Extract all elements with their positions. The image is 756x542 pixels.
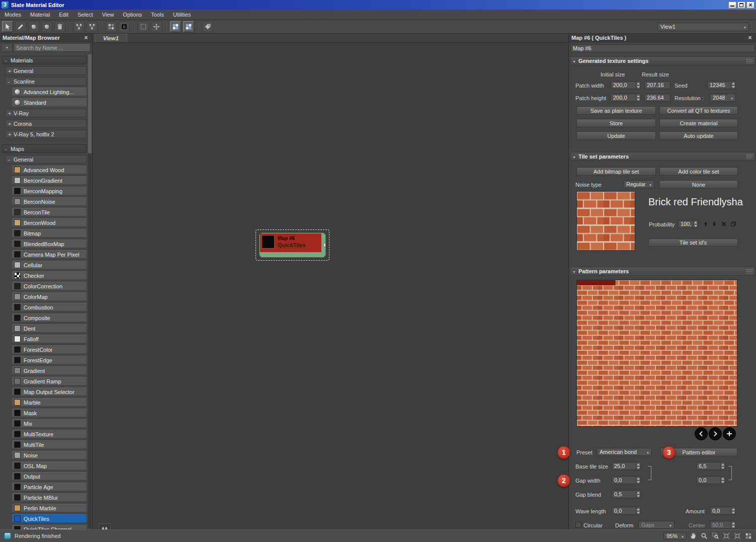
amount-spinner[interactable]: 0,0 [710, 507, 736, 515]
tree-item-mask[interactable]: Mask [12, 409, 87, 417]
tree-item-blendedboxmap[interactable]: BlendedBoxMap [12, 240, 87, 248]
tree-item-standard[interactable]: Standard [12, 98, 87, 107]
menu-utilities[interactable]: Utilities [169, 12, 195, 18]
pan-tool-button[interactable] [151, 21, 162, 32]
menu-modes[interactable]: Modes [0, 12, 26, 18]
seed-spinner-arrows[interactable] [731, 82, 735, 89]
tree-item-advanced-wood[interactable]: Advanced Wood [12, 166, 87, 174]
tree-item-dent[interactable]: Dent [12, 324, 87, 333]
deform-dropdown[interactable]: Gaps [638, 521, 675, 529]
tree-item-gradient-ramp[interactable]: Gradient Ramp [12, 377, 87, 385]
material-id-grid-button[interactable] [106, 21, 117, 32]
put-material-to-scene-button[interactable] [28, 21, 39, 32]
tree-item-colorcorrection[interactable]: ColorCorrection [12, 282, 87, 290]
scrollbar-thumb[interactable] [88, 54, 92, 153]
patch-height-spinner[interactable]: 200,0 [611, 94, 641, 102]
show-background-button[interactable] [183, 21, 194, 32]
menu-view[interactable]: View [98, 12, 119, 18]
tile-delete-button[interactable] [720, 220, 728, 228]
tree-item-bitmap[interactable]: Bitmap [12, 229, 87, 238]
rollout-grip-icon[interactable] [746, 154, 753, 159]
rollout-header-pattern-parameters[interactable]: Pattern parameters [570, 267, 755, 276]
tree-item-perlin-marble[interactable]: Perlin Marble [12, 504, 87, 512]
tab-view1[interactable]: View1 [95, 34, 127, 42]
tree-item-mix[interactable]: Mix [12, 419, 87, 428]
tile-move-down-button[interactable] [710, 220, 718, 228]
gap-width-spinner[interactable]: 0,0 [612, 476, 641, 484]
tile-set-ids-button[interactable]: Tile set id's [648, 239, 738, 247]
node-canvas[interactable]: Map #6 QuickTiles [93, 43, 568, 529]
show-shaded-material-in-viewport-button[interactable] [170, 21, 181, 32]
close-browser-icon[interactable] [82, 34, 90, 41]
viewport-select-dropdown[interactable]: View1 [657, 23, 749, 31]
tree-item-particle-age[interactable]: Particle Age [12, 483, 87, 491]
tree-item-combustion[interactable]: Combustion [12, 303, 87, 312]
patch-height-spinner-arrows[interactable] [636, 94, 640, 101]
next-pattern-button[interactable] [709, 427, 722, 440]
tile-duplicate-button[interactable] [729, 220, 737, 228]
map-name-field[interactable]: Map #6 [570, 44, 755, 52]
tree-item-particle-mblur[interactable]: Particle MBlur [12, 493, 87, 502]
close-button[interactable] [746, 2, 754, 9]
base-tile-width-spinner-arrows[interactable] [636, 462, 640, 470]
tree-item-composite[interactable]: Composite [12, 314, 87, 322]
node-output-socket[interactable] [323, 243, 326, 248]
center-spinner[interactable]: 50,0 [710, 521, 736, 529]
tree-item-berconmapping[interactable]: BerconMapping [12, 187, 87, 195]
tree-group-maps[interactable]: -Maps [2, 144, 87, 153]
create-material-button[interactable]: Create material [659, 119, 738, 127]
tree-branch-v-ray[interactable]: +V-Ray [5, 109, 87, 117]
preset-dropdown[interactable]: American bond [597, 448, 652, 456]
add-pattern-button[interactable] [723, 427, 736, 440]
tree-group-materials[interactable]: -Materials [2, 56, 87, 64]
tree-item-camera-map-per-pixel[interactable]: Camera Map Per Pixel [12, 250, 87, 259]
tree-item-multitexture[interactable]: MultiTexture [12, 430, 87, 438]
wave-length-spinner[interactable]: 0,0 [612, 507, 641, 515]
node-texture-swatch[interactable] [262, 235, 275, 249]
tree-branch-corona[interactable]: +Corona [5, 119, 87, 128]
search-input[interactable] [14, 43, 91, 52]
params-panel-header[interactable]: Map #6 ( QuickTiles ) [569, 34, 756, 42]
zoom-button[interactable] [699, 531, 709, 541]
slot-zero-button[interactable] [119, 21, 130, 32]
tree-item-bercongradient[interactable]: BerconGradient [12, 176, 87, 185]
zoom-extents-selected-button[interactable] [732, 531, 742, 541]
tree-item-noise[interactable]: Noise [12, 451, 87, 459]
close-params-icon[interactable] [746, 34, 753, 41]
maximize-button[interactable] [737, 2, 745, 9]
layout-all-button[interactable] [87, 21, 98, 32]
assign-material-to-selection-button[interactable] [41, 21, 52, 32]
pick-material-from-object-button[interactable] [15, 21, 26, 32]
circular-checkbox[interactable] [575, 522, 581, 528]
base-tile-width-spinner[interactable]: 25,0 [612, 462, 641, 470]
gap-height-spinner-arrows[interactable] [720, 477, 725, 484]
tile-move-up-button[interactable] [702, 220, 710, 228]
zoom-extents-button[interactable] [721, 531, 731, 541]
tree-item-bercontile[interactable]: BerconTile [12, 208, 87, 216]
node-map6-quicktiles[interactable]: Map #6 QuickTiles [259, 233, 326, 258]
tree-branch-v-ray-5-hotfix-2[interactable]: +V-Ray 5, hotfix 2 [5, 130, 87, 138]
tree-branch-scanline[interactable]: -Scanline [5, 77, 87, 86]
tree-item-output[interactable]: Output [12, 472, 87, 481]
tree-item-quicktiles-channel[interactable]: QuickTiles Channel [12, 525, 87, 529]
rollout-header-generated-texture-settings[interactable]: Generated texture settings [570, 56, 755, 65]
probability-spinner[interactable]: 100, [678, 220, 698, 228]
tree-item-berconnoise[interactable]: BerconNoise [12, 197, 87, 206]
tree-item-falloff[interactable]: Falloff [12, 335, 87, 343]
gap-height-spinner[interactable]: 0,0 [696, 476, 725, 484]
tree-branch-general[interactable]: +General [5, 66, 87, 75]
save-as-plain-texture-button[interactable]: Save as plain texture [576, 106, 656, 115]
probability-spinner-arrows[interactable] [693, 220, 698, 227]
search-filter-dropdown[interactable] [2, 43, 13, 52]
base-tile-height-spinner-arrows[interactable] [720, 462, 725, 470]
zoom-level-dropdown[interactable]: 95% [663, 532, 687, 540]
rollout-header-tile-set-parameters[interactable]: Tile set parameters [570, 152, 755, 161]
menu-select[interactable]: Select [73, 12, 98, 18]
tree-item-berconwood[interactable]: BerconWood [12, 218, 87, 227]
rollout-grip-icon[interactable] [746, 269, 753, 274]
tree-item-colormap[interactable]: ColorMap [12, 292, 87, 301]
material-tag-button[interactable] [202, 21, 213, 32]
minimize-button[interactable] [728, 2, 736, 9]
tree-item-forestcolor[interactable]: ForestColor [12, 345, 87, 354]
add-bitmap-tile-set-button[interactable]: Add bitmap tile set [576, 167, 656, 176]
